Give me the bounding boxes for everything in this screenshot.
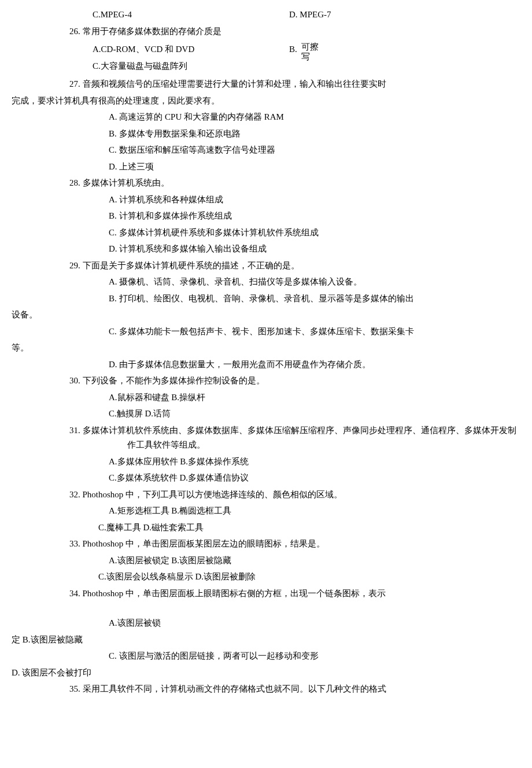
q27-option-b: B. 多媒体专用数据采集和还原电路 bbox=[69, 127, 520, 142]
q29-option-d: D. 由于多媒体信息数据量大，一般用光盘而不用硬盘作为存储介质。 bbox=[69, 357, 520, 372]
q34-option-a-part2: 定 B.该图层被隐藏 bbox=[12, 633, 520, 648]
q26-option-a: A.CD-ROM、VCD 和 DVD bbox=[93, 42, 289, 57]
q28-stem: 28. 多媒体计算机系统由。 bbox=[69, 176, 520, 191]
q30-option-cd: C.触摸屏 D.话筒 bbox=[69, 407, 520, 422]
q29-option-a: A. 摄像机、话筒、录像机、录音机、扫描仪等是多媒体输入设备。 bbox=[69, 275, 520, 290]
q29-stem: 29. 下面是关于多媒体计算机硬件系统的描述，不正确的是。 bbox=[69, 259, 520, 274]
q26-option-c: C.大容量磁盘与磁盘阵列 bbox=[93, 59, 289, 74]
q31-option-ab: A.多媒体应用软件 B.多媒体操作系统 bbox=[69, 455, 520, 470]
spacer bbox=[12, 603, 520, 614]
q27-stem-cont: 完成，要求计算机具有很高的处理速度，因此要求有。 bbox=[12, 94, 520, 109]
q27-option-c: C. 数据压缩和解压缩等高速数字信号处理器 bbox=[69, 143, 520, 158]
q30-option-ab: A.鼠标器和键盘 B.操纵杆 bbox=[69, 390, 520, 405]
q29-option-b-cont: 设备。 bbox=[12, 308, 520, 323]
q32-option-ab: A.矩形选框工具 B.椭圆选框工具 bbox=[69, 504, 520, 519]
q34-stem: 34. Phothoshop 中，单击图层面板上眼睛图标右侧的方框，出现一个链条… bbox=[69, 586, 520, 601]
q34-option-a-part1: A.该图层被锁 bbox=[69, 616, 520, 631]
q28-option-b: B. 计算机和多媒体操作系统组成 bbox=[69, 209, 520, 224]
q32-option-cd: C.魔棒工具 D.磁性套索工具 bbox=[69, 520, 520, 536]
q27-option-d: D. 上述三项 bbox=[69, 160, 520, 175]
option-d: D. MPEG-7 bbox=[289, 8, 520, 23]
q33-option-cd: C.该图层会以线条稿显示 D.该图层被删除 bbox=[69, 570, 520, 585]
q34-option-d: D. 该图层不会被打印 bbox=[12, 666, 520, 681]
q27-stem: 27. 音频和视频信号的压缩处理需要进行大量的计算和处理，输入和输出往往要实时 bbox=[69, 77, 520, 92]
q30-stem: 30. 下列设备，不能作为多媒体操作控制设备的是。 bbox=[69, 374, 520, 389]
q26-option-b: B. 可擦写 bbox=[289, 42, 520, 62]
q31-stem: 31. 多媒体计算机软件系统由、多媒体数据库、多媒体压缩解压缩程序、声像同步处理… bbox=[69, 423, 520, 453]
q34-option-c: C. 该图层与激活的图层链接，两者可以一起移动和变形 bbox=[69, 649, 520, 664]
q25-options-cd: C.MPEG-4 D. MPEG-7 bbox=[69, 8, 520, 23]
q29-option-c-cont: 等。 bbox=[12, 341, 520, 356]
q33-stem: 33. Phothoshop 中，单击图层面板某图层左边的眼睛图标，结果是。 bbox=[69, 537, 520, 552]
option-c: C.MPEG-4 bbox=[69, 8, 289, 23]
q32-stem: 32. Phothoshop 中，下列工具可以方便地选择连续的、颜色相似的区域。 bbox=[69, 488, 520, 503]
q28-option-a: A. 计算机系统和各种媒体组成 bbox=[69, 193, 520, 208]
q33-option-ab: A.该图层被锁定 B.该图层被隐藏 bbox=[69, 553, 520, 568]
q35-stem: 35. 采用工具软件不同，计算机动画文件的存储格式也就不同。以下几种文件的格式 bbox=[69, 682, 520, 697]
q29-option-c: C. 多媒体功能卡一般包括声卡、视卡、图形加速卡、多媒体压缩卡、数据采集卡 bbox=[69, 324, 520, 339]
q28-option-d: D. 计算机系统和多媒体输入输出设备组成 bbox=[69, 242, 520, 257]
q28-option-c: C. 多媒体计算机硬件系统和多媒体计算机软件系统组成 bbox=[69, 226, 520, 241]
q27-option-a: A. 高速运算的 CPU 和大容量的内存储器 RAM bbox=[69, 110, 520, 125]
q31-option-cd: C.多媒体系统软件 D.多媒体通信协议 bbox=[69, 471, 520, 486]
q29-option-b: B. 打印机、绘图仪、电视机、音响、录像机、录音机、显示器等是多媒体的输出 bbox=[69, 291, 520, 307]
q26-stem: 26. 常用于存储多媒体数据的存储介质是 bbox=[69, 24, 520, 39]
